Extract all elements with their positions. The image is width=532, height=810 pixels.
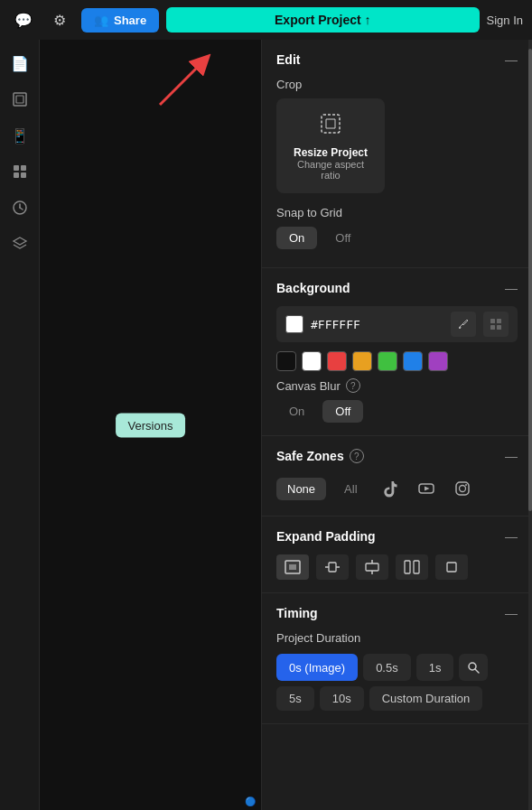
blur-on-button[interactable]: On <box>276 400 317 423</box>
timing-section-header: Timing — <box>276 606 518 620</box>
edit-title: Edit <box>276 52 300 67</box>
timing-title: Timing <box>276 606 318 620</box>
svg-rect-2 <box>14 165 19 171</box>
color-swatches <box>276 351 518 371</box>
edit-collapse-icon[interactable]: — <box>505 52 518 67</box>
bg-hex-value: #FFFFFF <box>311 318 443 331</box>
duration-buttons: 0s (Image) 0.5s 1s <box>276 654 518 681</box>
edit-section-header: Edit — <box>276 52 518 67</box>
padding-all-button[interactable] <box>276 554 309 580</box>
timing-section: Timing — Project Duration 0s (Image) 0.5… <box>262 593 532 724</box>
canvas-blur-label: Canvas Blur <box>276 379 341 393</box>
resize-project-card[interactable]: Resize Project Change aspect ratio <box>276 98 385 193</box>
blur-toggle-group: On Off <box>276 400 518 423</box>
scroll-thumb <box>528 49 532 511</box>
topbar-left: 💬 ⚙ 👥 Share <box>9 5 159 34</box>
edit-section: Edit — Crop Resize Pro <box>262 40 532 268</box>
bg-color-swatch[interactable] <box>285 315 303 333</box>
eyedropper-button[interactable] <box>451 312 476 337</box>
settings-icon[interactable]: ⚙ <box>45 5 74 34</box>
red-arrow-indicator <box>151 51 214 114</box>
padding-center-button[interactable] <box>435 554 468 580</box>
background-collapse-icon[interactable]: — <box>505 281 518 295</box>
svg-rect-21 <box>497 325 501 330</box>
swatch-green[interactable] <box>378 351 397 371</box>
project-duration-label: Project Duration <box>276 631 518 645</box>
grid-picker-button[interactable] <box>483 312 509 337</box>
signin-button[interactable]: Sign In <box>487 14 523 27</box>
svg-point-17 <box>460 327 462 329</box>
duration-10s-button[interactable]: 10s <box>320 686 364 711</box>
bg-color-row[interactable]: #FFFFFF <box>276 306 518 342</box>
safe-zones-section-header: Safe Zones ? — <box>276 449 518 463</box>
snap-on-button[interactable]: On <box>276 227 317 249</box>
duration-custom-button[interactable]: Custom Duration <box>369 686 483 711</box>
swatch-orange[interactable] <box>352 351 372 371</box>
svg-rect-31 <box>329 563 336 572</box>
safe-zone-none-button[interactable]: None <box>276 478 326 500</box>
safe-zones-help-icon[interactable]: ? <box>350 449 364 463</box>
swatch-blue[interactable] <box>403 351 423 371</box>
svg-rect-3 <box>21 165 26 171</box>
sidebar-icon-layers[interactable] <box>4 228 36 260</box>
safe-zone-all-button[interactable]: All <box>333 478 368 500</box>
duration-0s-button[interactable]: 0s (Image) <box>276 654 358 681</box>
export-button[interactable]: Export Project ↑ <box>166 7 479 33</box>
padding-split-horizontal-button[interactable] <box>396 554 428 580</box>
svg-marker-23 <box>425 487 430 491</box>
padding-buttons <box>276 554 518 580</box>
main-layout: 📄 📱 <box>0 40 532 810</box>
sidebar-icon-mobile[interactable]: 📱 <box>4 119 36 152</box>
timing-collapse-icon[interactable]: — <box>505 606 518 620</box>
duration-1s-button[interactable]: 1s <box>416 654 454 681</box>
safe-zone-instagram-icon[interactable] <box>448 474 477 503</box>
safe-zones-collapse-icon[interactable]: — <box>505 449 518 463</box>
duration-05s-button[interactable]: 0.5s <box>363 654 411 681</box>
swatch-purple[interactable] <box>428 351 448 371</box>
sidebar-icon-document[interactable]: 📄 <box>4 47 36 79</box>
padding-horizontal-button[interactable] <box>316 554 349 580</box>
share-people-icon: 👥 <box>94 14 108 27</box>
blur-off-button[interactable]: Off <box>322 400 363 423</box>
snap-label: Snap to Grid <box>276 206 518 219</box>
svg-rect-36 <box>414 561 419 573</box>
share-button[interactable]: 👥 Share <box>81 8 159 33</box>
snap-toggle-group: On Off <box>276 227 518 249</box>
svg-line-11 <box>160 61 203 105</box>
duration-search-button[interactable] <box>459 654 488 681</box>
topbar: 💬 ⚙ 👥 Share Export Project ↑ Sign In <box>0 0 532 40</box>
safe-zone-tiktok-icon[interactable] <box>376 474 405 503</box>
versions-badge[interactable]: Versions <box>116 413 186 437</box>
chat-icon[interactable]: 💬 <box>9 5 38 34</box>
scrollbar[interactable] <box>528 40 532 810</box>
canvas-area: Versions 🔵 <box>40 40 261 810</box>
sidebar-icon-frame[interactable] <box>4 83 36 116</box>
sidebar-icon-grid[interactable] <box>4 155 36 188</box>
svg-rect-19 <box>497 319 501 323</box>
duration-buttons-row2: 5s 10s Custom Duration <box>276 686 518 711</box>
safe-zone-youtube-icon[interactable] <box>412 474 441 503</box>
swatch-black[interactable] <box>276 351 296 371</box>
svg-rect-5 <box>21 172 26 178</box>
safe-zones-title: Safe Zones <box>276 449 344 463</box>
background-section: Background — #FFFFFF <box>262 268 532 436</box>
svg-rect-0 <box>14 93 26 106</box>
svg-line-39 <box>475 669 479 673</box>
swatch-white[interactable] <box>302 351 322 371</box>
crop-label: Crop <box>276 78 518 91</box>
swatch-red[interactable] <box>327 351 347 371</box>
svg-rect-12 <box>322 115 340 133</box>
expand-padding-collapse-icon[interactable]: — <box>505 529 518 544</box>
sidebar-icon-clock[interactable] <box>4 191 36 224</box>
snap-off-button[interactable]: Off <box>322 227 363 249</box>
padding-vertical-center-button[interactable] <box>356 554 388 580</box>
expand-padding-header: Expand Padding — <box>276 529 518 544</box>
svg-rect-18 <box>490 319 495 323</box>
svg-rect-20 <box>490 325 495 330</box>
svg-point-26 <box>465 484 467 486</box>
svg-rect-35 <box>405 561 410 573</box>
duration-5s-button[interactable]: 5s <box>276 686 314 711</box>
canvas-blur-row: Canvas Blur ? <box>276 378 518 393</box>
safe-zones-header: Safe Zones ? <box>276 449 364 463</box>
canvas-blur-help-icon[interactable]: ? <box>346 378 360 393</box>
